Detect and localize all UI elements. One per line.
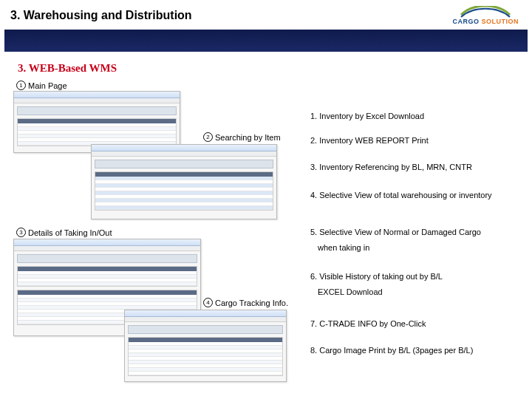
caption-searching-by-item: 2 Searching by Item bbox=[203, 132, 281, 142]
screenshot-cargo-tracking bbox=[124, 310, 287, 382]
section-subtitle: 3. WEB-Based WMS bbox=[18, 62, 532, 75]
feature-3: 3. Inventory Referencing by BL, MRN, CNT… bbox=[310, 162, 472, 173]
circled-4-icon: 4 bbox=[203, 298, 213, 307]
feature-2: 2. Inventory WEB REPORT Print bbox=[310, 135, 429, 146]
logo-text: CARGO SOLUTION bbox=[452, 18, 519, 25]
page-title: 3. Warehousing and Distribution bbox=[10, 9, 192, 22]
feature-1: 1. Inventory by Excel Download bbox=[310, 111, 424, 122]
feature-8: 8. Cargo Image Print by B/L (3pages per … bbox=[310, 345, 473, 356]
header-band bbox=[4, 30, 528, 52]
circled-2-icon: 2 bbox=[203, 132, 213, 142]
feature-6: 6. Visible History of taking out by B/L … bbox=[310, 271, 443, 299]
circled-1-icon: 1 bbox=[16, 81, 26, 90]
caption-cargo-tracking: 4 Cargo Tracking Info. bbox=[203, 298, 288, 307]
circled-3-icon: 3 bbox=[16, 228, 26, 237]
feature-4: 4. Selective View of total warehousing o… bbox=[310, 190, 492, 201]
caption-main-page: 1 Main Page bbox=[16, 81, 67, 90]
brand-logo: CARGO SOLUTION bbox=[452, 6, 519, 25]
feature-7: 7. C-TRADE INFO by One-Click bbox=[310, 318, 426, 330]
feature-5: 5. Selective View of Normal or Damaged C… bbox=[310, 227, 481, 254]
caption-details-in-out: 3 Details of Taking In/Out bbox=[16, 228, 112, 237]
screenshot-searching-item bbox=[91, 144, 277, 219]
